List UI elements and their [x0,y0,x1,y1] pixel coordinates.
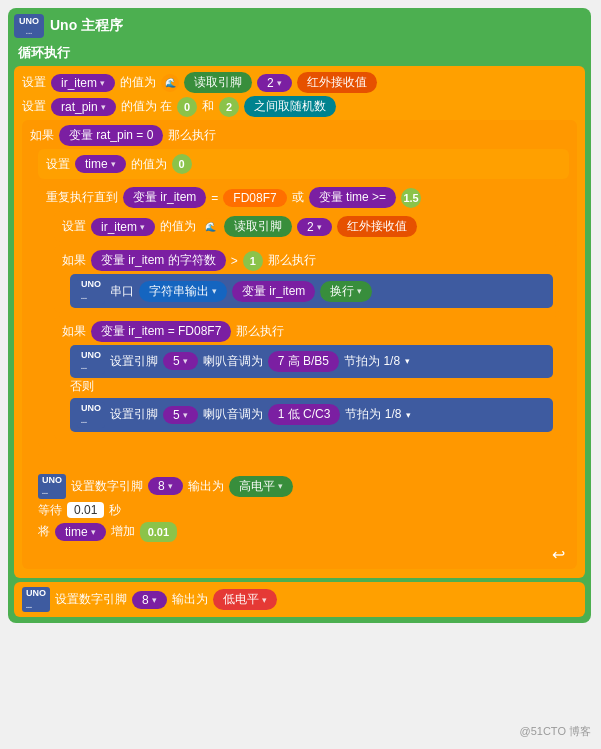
var-ir-item-chip[interactable]: ir_item▾ [51,74,115,92]
else-label: 否则 [70,378,553,395]
pin8-high-chip[interactable]: 8▾ [148,477,183,495]
ir-icon-1: 🌊 [161,74,179,92]
note-high-chip[interactable]: 7 高 B/B5 [268,351,339,372]
loop-label: 循环执行 [14,44,585,62]
val-fd08f7-chip: FD08F7 [223,189,286,207]
val-1-5: 1.5 [401,188,421,208]
cond-ir-eq-chip[interactable]: 变量 ir_item = FD08F7 [91,321,231,342]
uno-icon-tone2: UNO... [77,402,105,427]
var-time-add-chip[interactable]: time▾ [55,523,106,541]
val-0-time: 0 [172,154,192,174]
ir-receive-chip[interactable]: 红外接收值 [297,72,377,93]
read-pin-chip[interactable]: 读取引脚 [184,72,252,93]
program-title: Uno 主程序 [50,17,123,35]
beat-arrow1: ▾ [405,356,410,366]
arrow-right: ↩ [30,545,569,564]
cond-ir-item-chip[interactable]: 变量 ir_item [123,187,206,208]
note-low-chip[interactable]: 1 低 C/C3 [268,404,341,425]
low-level-chip[interactable]: 低电平▾ [213,589,277,610]
repeat-block: 重复执行直到 变量 ir_item = FD08F7 或 变量 time >= … [38,182,569,447]
val-add-0-01: 0.01 [140,522,177,542]
beat-arrow2: ▾ [406,410,411,420]
pin-2b-chip[interactable]: 2▾ [297,218,332,236]
row-set-digital-high: UNO... 设置数字引脚 8▾ 输出为 高电平▾ [38,474,569,499]
spacer-orange [38,451,569,471]
var-ir-item3-chip[interactable]: 变量 ir_item [232,281,315,302]
pin-tone-low-block: UNO... 设置引脚 5▾ 喇叭音调为 1 低 C/C3 节拍为 1/8 ▾ [70,398,553,431]
set-time-block: 设置 time▾ 的值为 0 [38,149,569,179]
pin5-chip2[interactable]: 5▾ [163,406,198,424]
uno-badge: UNO ... [14,14,44,38]
val-1-char: 1 [243,251,263,271]
final-digital-low-block: UNO... 设置数字引脚 8▾ 输出为 低电平▾ [14,582,585,617]
inner-if-fd08f7: 如果 变量 ir_item = FD08F7 那么执行 UNO... 设置引脚 … [54,316,561,440]
newline-chip[interactable]: 换行▾ [320,281,372,302]
set-label-1: 设置 [22,74,46,91]
ir-receive2-chip[interactable]: 红外接收值 [337,216,417,237]
wait-val: 0.01 [67,502,104,518]
var-ir-item2-chip[interactable]: ir_item▾ [91,218,155,236]
pin-tone-high-block: UNO... 设置引脚 5▾ 喇叭音调为 7 高 B/B5 节拍为 1/8 ▾ [70,345,553,378]
pin5-chip1[interactable]: 5▾ [163,352,198,370]
row-set-ir-item: 设置 ir_item▾ 的值为 🌊 读取引脚 2▾ 红外接收值 [22,72,577,93]
read-pin2-chip[interactable]: 读取引脚 [224,216,292,237]
header-block: UNO ... Uno 主程序 [14,14,585,38]
uno-icon-digital1: UNO... [38,474,66,499]
watermark: @51CTO 博客 [520,724,591,739]
uno-icon-serial: UNO... [77,278,105,303]
val-0-circle: 0 [177,97,197,117]
var-time-chip[interactable]: time▾ [75,155,126,173]
random-chip[interactable]: 之间取随机数 [244,96,336,117]
cond-char-count-chip[interactable]: 变量 ir_item 的字符数 [91,250,226,271]
if-rat-pin-block: 如果 变量 rat_pin = 0 那么执行 设置 time▾ 的值为 0 重复… [22,120,577,569]
uno-icon-final: UNO... [22,587,50,612]
pin-2-chip[interactable]: 2▾ [257,74,292,92]
val-2-circle: 2 [219,97,239,117]
var-rat-pin-chip[interactable]: rat_pin▾ [51,98,116,116]
serial-out-block: UNO... 串口 字符串输出▾ 变量 ir_item 换行▾ [70,274,553,307]
cond-rat-pin-chip[interactable]: 变量 rat_pin = 0 [59,125,163,146]
inner-block-main: 设置 ir_item▾ 的值为 🌊 读取引脚 2▾ 红外接收值 设置 rat_p… [14,66,585,578]
inner-if-char-count: 如果 变量 ir_item 的字符数 > 1 那么执行 UNO... 串口 字 [54,245,561,312]
row-wait: 等待 0.01 秒 [38,502,569,519]
str-output-chip[interactable]: 字符串输出▾ [139,281,227,302]
pin8-low-chip[interactable]: 8▾ [132,591,167,609]
main-container: UNO ... Uno 主程序 循环执行 设置 ir_item▾ 的值为 🌊 读… [8,8,591,623]
row-set-rat-pin: 设置 rat_pin▾ 的值为 在 0 和 2 之间取随机数 [22,96,577,117]
uno-icon-tone1: UNO... [77,349,105,374]
cond-time-chip[interactable]: 变量 time >= [309,187,396,208]
row-time-add: 将 time▾ 增加 0.01 [38,522,569,542]
ir-icon-2: 🌊 [201,218,219,236]
inner-set-ir-item2: 设置 ir_item▾ 的值为 🌊 读取引脚 2▾ 红外 [54,211,561,242]
high-level-chip[interactable]: 高电平▾ [229,476,293,497]
